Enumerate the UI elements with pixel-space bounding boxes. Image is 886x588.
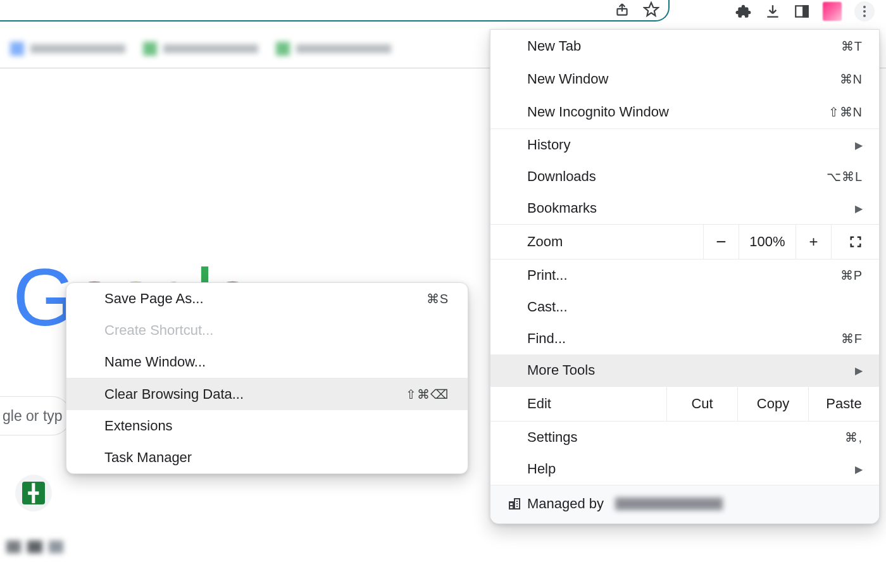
more-tools-submenu: Save Page As... ⌘S Create Shortcut... Na… — [66, 282, 468, 474]
bookmark-item[interactable] — [10, 42, 125, 56]
menu-help[interactable]: Help ▶ — [490, 453, 879, 485]
side-panel-icon[interactable] — [794, 3, 810, 20]
menu-new-tab[interactable]: New Tab ⌘T — [490, 30, 879, 63]
shortcut-icon: ╋ — [22, 482, 45, 504]
zoom-label: Zoom — [490, 234, 703, 250]
menu-more-tools[interactable]: More Tools ▶ — [490, 354, 879, 386]
bookmark-item[interactable] — [143, 42, 258, 56]
chevron-right-icon: ▶ — [855, 463, 863, 475]
menu-managed-by[interactable]: Managed by — [490, 485, 879, 523]
bookmark-star-icon[interactable] — [643, 1, 659, 18]
menu-history[interactable]: History ▶ — [490, 129, 879, 161]
profile-avatar[interactable] — [823, 2, 842, 21]
svg-rect-3 — [803, 6, 808, 16]
managed-org-blurred — [615, 497, 723, 510]
menu-new-window[interactable]: New Window ⌘N — [490, 63, 879, 96]
edit-paste-button[interactable]: Paste — [808, 387, 879, 421]
fullscreen-button[interactable] — [831, 225, 879, 259]
menu-print[interactable]: Print... ⌘P — [490, 260, 879, 291]
chevron-right-icon: ▶ — [855, 203, 863, 215]
managed-prefix: Managed by — [527, 496, 604, 512]
zoom-out-button[interactable]: − — [703, 225, 739, 259]
search-input-fragment[interactable]: gle or typ — [0, 396, 71, 435]
toolbar-icons — [735, 1, 875, 22]
submenu-name-window[interactable]: Name Window... — [66, 346, 468, 378]
svg-point-6 — [863, 15, 866, 17]
search-text: gle or typ — [3, 408, 63, 425]
shortcut-tile[interactable]: ╋ — [15, 475, 52, 511]
menu-cast[interactable]: Cast... — [490, 291, 879, 323]
chevron-right-icon: ▶ — [855, 365, 863, 377]
svg-point-4 — [863, 6, 866, 8]
submenu-extensions[interactable]: Extensions — [66, 410, 468, 442]
submenu-save-page[interactable]: Save Page As... ⌘S — [66, 283, 468, 315]
menu-zoom: Zoom − 100% + — [490, 224, 879, 260]
menu-settings[interactable]: Settings ⌘, — [490, 422, 879, 453]
menu-new-incognito[interactable]: New Incognito Window ⇧⌘N — [490, 96, 879, 128]
address-bar[interactable] — [0, 0, 670, 22]
menu-button[interactable] — [854, 1, 875, 22]
building-icon — [507, 496, 522, 511]
edit-label: Edit — [490, 396, 666, 412]
menu-edit-row: Edit Cut Copy Paste — [490, 386, 879, 422]
menu-find[interactable]: Find... ⌘F — [490, 323, 879, 354]
svg-point-5 — [863, 10, 866, 13]
svg-marker-1 — [644, 3, 658, 16]
blurred-shortcut-row — [6, 541, 63, 553]
zoom-in-button[interactable]: + — [796, 225, 831, 259]
extensions-icon[interactable] — [735, 3, 752, 20]
submenu-task-manager[interactable]: Task Manager — [66, 442, 468, 473]
menu-bookmarks[interactable]: Bookmarks ▶ — [490, 192, 879, 224]
menu-downloads[interactable]: Downloads ⌥⌘L — [490, 161, 879, 192]
chrome-menu: New Tab ⌘T New Window ⌘N New Incognito W… — [490, 29, 880, 524]
submenu-create-shortcut: Create Shortcut... — [66, 315, 468, 346]
zoom-level: 100% — [739, 225, 796, 259]
bookmark-item[interactable] — [276, 42, 391, 56]
downloads-icon[interactable] — [764, 3, 781, 20]
edit-copy-button[interactable]: Copy — [737, 387, 808, 421]
share-icon[interactable] — [614, 1, 630, 18]
edit-cut-button[interactable]: Cut — [666, 387, 737, 421]
chevron-right-icon: ▶ — [855, 139, 863, 151]
submenu-clear-browsing-data[interactable]: Clear Browsing Data... ⇧⌘⌫ — [66, 378, 468, 410]
